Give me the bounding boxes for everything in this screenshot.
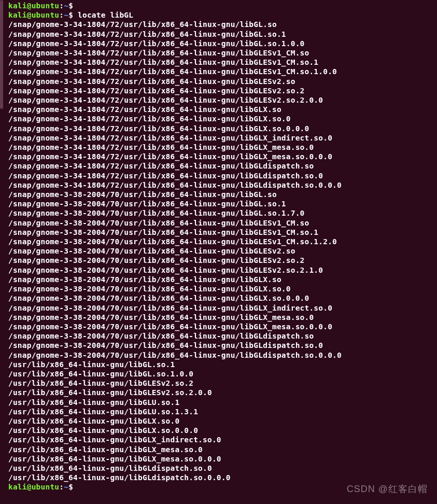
output-line: /usr/lib/x86_64-linux-gnu/libGLdispatch.… — [8, 473, 437, 482]
output-line: /snap/gnome-3-38-2004/70/usr/lib/x86_64-… — [8, 303, 437, 313]
prompt-line[interactable]: kali@ubuntu:~$ locate libGL — [8, 10, 437, 20]
prompt-user: kali — [8, 483, 27, 491]
output-line: /snap/gnome-3-38-2004/70/usr/lib/x86_64-… — [8, 237, 437, 246]
output-line: /snap/gnome-3-34-1804/72/usr/lib/x86_64-… — [8, 143, 437, 152]
output-line: /snap/gnome-3-38-2004/70/usr/lib/x86_64-… — [8, 322, 437, 331]
output-line: /snap/gnome-3-38-2004/70/usr/lib/x86_64-… — [8, 341, 437, 350]
output-line: /usr/lib/x86_64-linux-gnu/libGLU.so.1 — [8, 398, 437, 407]
output-line: /snap/gnome-3-38-2004/70/usr/lib/x86_64-… — [8, 275, 437, 284]
output-line: /snap/gnome-3-38-2004/70/usr/lib/x86_64-… — [8, 313, 437, 322]
output-line: /usr/lib/x86_64-linux-gnu/libGLESv2.so.2… — [8, 388, 437, 397]
prompt-at: @ — [27, 483, 32, 491]
prompt-host: ubuntu — [32, 11, 60, 19]
prompt-line[interactable]: kali@ubuntu:~$ — [8, 1, 437, 10]
scrollbar[interactable] — [0, 0, 3, 109]
output-line: /snap/gnome-3-34-1804/72/usr/lib/x86_64-… — [8, 105, 437, 114]
prompt-path: ~ — [64, 2, 68, 10]
output-line: /usr/lib/x86_64-linux-gnu/libGL.so.1 — [8, 360, 437, 369]
output-line: /snap/gnome-3-38-2004/70/usr/lib/x86_64-… — [8, 293, 437, 303]
output-line: /snap/gnome-3-38-2004/70/usr/lib/x86_64-… — [8, 246, 437, 256]
output-line: /snap/gnome-3-34-1804/72/usr/lib/x86_64-… — [8, 152, 437, 161]
prompt-user: kali — [8, 2, 27, 10]
output-line: /snap/gnome-3-38-2004/70/usr/lib/x86_64-… — [8, 228, 437, 237]
prompt-colon: : — [59, 2, 64, 10]
prompt-colon: : — [59, 483, 64, 491]
command-text: locate libGL — [78, 11, 133, 19]
output-line: /snap/gnome-3-34-1804/72/usr/lib/x86_64-… — [8, 114, 437, 123]
output-line: /usr/lib/x86_64-linux-gnu/libGLESv2.so.2 — [8, 379, 437, 388]
output-line: /usr/lib/x86_64-linux-gnu/libGL.so.1.0.0 — [8, 369, 437, 379]
prompt-at: @ — [27, 2, 32, 10]
output-line: /snap/gnome-3-38-2004/70/usr/lib/x86_64-… — [8, 208, 437, 218]
output-line: /snap/gnome-3-34-1804/72/usr/lib/x86_64-… — [8, 95, 437, 105]
output-line: /snap/gnome-3-38-2004/70/usr/lib/x86_64-… — [8, 199, 437, 208]
prompt-at: @ — [27, 11, 32, 19]
output-line: /usr/lib/x86_64-linux-gnu/libGLX.so.0 — [8, 416, 437, 426]
output-line: /snap/gnome-3-38-2004/70/usr/lib/x86_64-… — [8, 331, 437, 341]
output-line: /snap/gnome-3-34-1804/72/usr/lib/x86_64-… — [8, 133, 437, 143]
prompt-colon: : — [59, 11, 64, 19]
prompt-path: ~ — [64, 483, 68, 491]
prompt-symbol: $ — [68, 483, 73, 491]
output-line: /usr/lib/x86_64-linux-gnu/libGLX_mesa.so… — [8, 445, 437, 454]
prompt-host: ubuntu — [32, 2, 60, 10]
prompt-symbol: $ — [68, 11, 73, 19]
output-line: /snap/gnome-3-38-2004/70/usr/lib/x86_64-… — [8, 265, 437, 275]
prompt-user: kali — [8, 11, 27, 19]
output-line: /usr/lib/x86_64-linux-gnu/libGLX_mesa.so… — [8, 454, 437, 464]
output-line: /usr/lib/x86_64-linux-gnu/libGLX.so.0.0.… — [8, 426, 437, 435]
output-line: /snap/gnome-3-34-1804/72/usr/lib/x86_64-… — [8, 171, 437, 180]
output-line: /snap/gnome-3-34-1804/72/usr/lib/x86_64-… — [8, 58, 437, 67]
output-line: /snap/gnome-3-34-1804/72/usr/lib/x86_64-… — [8, 161, 437, 171]
output-line: /snap/gnome-3-34-1804/72/usr/lib/x86_64-… — [8, 67, 437, 76]
output-line: /usr/lib/x86_64-linux-gnu/libGLdispatch.… — [8, 464, 437, 473]
prompt-symbol: $ — [68, 2, 73, 10]
output-line: /snap/gnome-3-34-1804/72/usr/lib/x86_64-… — [8, 124, 437, 133]
output-line: /snap/gnome-3-34-1804/72/usr/lib/x86_64-… — [8, 48, 437, 58]
prompt-path: ~ — [64, 11, 68, 19]
terminal-viewport[interactable]: kali@ubuntu:~$kali@ubuntu:~$ locate libG… — [8, 1, 437, 492]
watermark-text: CSDN @红客白帽 — [347, 484, 428, 494]
output-line: /snap/gnome-3-34-1804/72/usr/lib/x86_64-… — [8, 180, 437, 190]
output-line: /snap/gnome-3-34-1804/72/usr/lib/x86_64-… — [8, 39, 437, 48]
output-line: /snap/gnome-3-34-1804/72/usr/lib/x86_64-… — [8, 77, 437, 86]
output-line: /snap/gnome-3-38-2004/70/usr/lib/x86_64-… — [8, 351, 437, 360]
output-line: /snap/gnome-3-38-2004/70/usr/lib/x86_64-… — [8, 256, 437, 265]
output-line: /usr/lib/x86_64-linux-gnu/libGLU.so.1.3.… — [8, 407, 437, 416]
output-line: /snap/gnome-3-38-2004/70/usr/lib/x86_64-… — [8, 284, 437, 293]
output-line: /usr/lib/x86_64-linux-gnu/libGLX_indirec… — [8, 435, 437, 444]
prompt-host: ubuntu — [32, 483, 60, 491]
output-line: /snap/gnome-3-38-2004/70/usr/lib/x86_64-… — [8, 218, 437, 228]
output-line: /snap/gnome-3-34-1804/72/usr/lib/x86_64-… — [8, 20, 437, 29]
output-line: /snap/gnome-3-34-1804/72/usr/lib/x86_64-… — [8, 86, 437, 95]
output-line: /snap/gnome-3-38-2004/70/usr/lib/x86_64-… — [8, 190, 437, 199]
output-line: /snap/gnome-3-34-1804/72/usr/lib/x86_64-… — [8, 30, 437, 39]
